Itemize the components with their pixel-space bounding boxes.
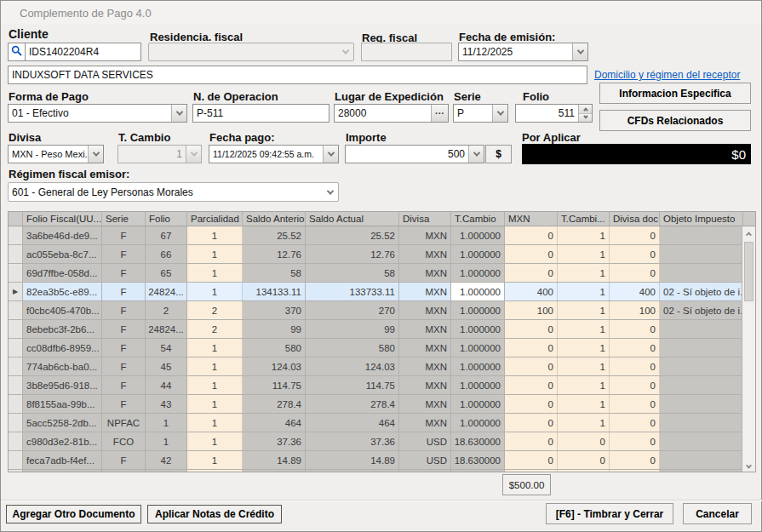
cell-mxn[interactable]: 0 xyxy=(505,395,558,413)
cell-objeto[interactable] xyxy=(660,339,743,357)
cell-folio[interactable]: 1 xyxy=(146,414,187,432)
cell-t_cambio_doc[interactable]: 1 xyxy=(558,395,610,413)
row-marker[interactable] xyxy=(9,320,23,338)
grid-col-t_cambio_doc[interactable]: T.Cambi... xyxy=(558,212,610,226)
cell-saldo_ant[interactable]: 21.44 xyxy=(243,470,306,472)
cell-saldo_ant[interactable]: 14.89 xyxy=(243,451,306,469)
cell-objeto[interactable] xyxy=(660,376,743,394)
cell-parcialidad[interactable]: 1 xyxy=(187,264,243,282)
cell-folio[interactable]: 99 xyxy=(146,470,187,472)
row-marker[interactable] xyxy=(9,339,23,357)
cell-saldo_act[interactable]: 464 xyxy=(306,414,399,432)
timbrar-cerrar-button[interactable]: [F6] - Timbrar y Cerrar xyxy=(546,503,673,524)
cell-divisa_doc[interactable]: 0 xyxy=(610,320,660,338)
cell-t_cambio_doc[interactable]: 0 xyxy=(558,470,610,472)
grid-col-parcialidad[interactable]: Parcialidad xyxy=(187,212,243,226)
chevron-down-icon[interactable] xyxy=(572,43,587,60)
cell-objeto[interactable]: 02 - Sí objeto de i... xyxy=(660,301,743,319)
cell-serie[interactable]: F xyxy=(102,451,146,469)
cell-t_cambio[interactable]: 1.000000 xyxy=(451,339,505,357)
table-row[interactable]: c980d3e2-81b...FCO1137.3637.36USD18.6300… xyxy=(9,432,755,451)
cell-t_cambio_doc[interactable]: 0 xyxy=(558,432,610,450)
cell-uuid[interactable]: 8ebebc3f-2b6... xyxy=(23,320,102,338)
cell-parcialidad[interactable]: 1 xyxy=(187,414,243,432)
row-marker[interactable] xyxy=(9,376,23,394)
cell-t_cambio[interactable]: 1.000000 xyxy=(451,414,505,432)
divisa-select[interactable]: MXN - Peso Mexi... xyxy=(8,145,104,163)
cell-mxn[interactable]: 0 xyxy=(505,320,558,338)
agregar-documento-button[interactable]: Agregar Otro Documento xyxy=(6,505,141,523)
lugar-expedicion-input[interactable]: 28000 ··· xyxy=(334,104,449,123)
chevron-down-icon[interactable] xyxy=(323,183,338,201)
table-row[interactable]: ac055eba-8c7...F66112.7612.76MXN1.000000… xyxy=(9,245,755,264)
cell-parcialidad[interactable]: 2 xyxy=(187,320,243,338)
chevron-down-icon[interactable] xyxy=(468,146,484,163)
cell-t_cambio_doc[interactable]: 1 xyxy=(558,264,610,282)
cell-parcialidad[interactable]: 1 xyxy=(187,432,243,450)
cell-objeto[interactable] xyxy=(660,470,743,472)
table-row[interactable]: 8f8155aa-99b...F431278.4278.4MXN1.000000… xyxy=(9,395,755,414)
cell-t_cambio[interactable]: 1.000000 xyxy=(451,226,505,244)
cell-serie[interactable]: F xyxy=(102,283,146,300)
table-row[interactable]: 4b884-f7...68F99121.4421.44USD18.6400000… xyxy=(9,470,755,472)
cell-serie[interactable]: F xyxy=(102,339,146,357)
cell-objeto[interactable] xyxy=(660,245,743,263)
cell-saldo_act[interactable]: 14.89 xyxy=(306,451,399,469)
grid-col-serie[interactable]: Serie xyxy=(102,212,146,226)
row-marker[interactable]: ▶ xyxy=(9,283,23,300)
scroll-up-icon[interactable] xyxy=(742,226,755,240)
cell-saldo_act[interactable]: 133733.11 xyxy=(306,283,399,300)
spin-down-icon[interactable] xyxy=(579,113,592,123)
cell-divisa[interactable]: MXN xyxy=(399,358,451,375)
cell-saldo_ant[interactable]: 134133.11 xyxy=(243,283,306,300)
cell-divisa[interactable]: MXN xyxy=(399,264,451,282)
cell-objeto[interactable] xyxy=(660,320,743,338)
cell-t_cambio[interactable]: 1.000000 xyxy=(451,283,505,300)
cell-t_cambio[interactable]: 1.000000 xyxy=(451,264,505,282)
aplicar-notas-button[interactable]: Aplicar Notas de Crédito xyxy=(147,505,282,523)
table-row[interactable]: f0cbc405-470b...F22370270MXN1.0000001001… xyxy=(9,301,755,320)
cell-objeto[interactable] xyxy=(660,432,743,450)
cell-mxn[interactable]: 0 xyxy=(505,358,558,375)
cell-objeto[interactable] xyxy=(660,395,743,413)
chevron-down-icon[interactable] xyxy=(88,146,103,163)
serie-select[interactable]: P xyxy=(453,104,508,123)
cell-divisa[interactable]: USD xyxy=(399,470,451,472)
row-marker[interactable] xyxy=(9,470,23,472)
cell-uuid[interactable]: 4b884-f7...68 xyxy=(23,470,102,472)
cell-saldo_act[interactable]: 21.44 xyxy=(306,470,399,472)
cell-t_cambio_doc[interactable]: 1 xyxy=(558,226,610,244)
fecha-emision-select[interactable]: 11/12/2025 xyxy=(458,43,588,61)
cell-mxn[interactable]: 0 xyxy=(505,470,558,472)
cell-saldo_ant[interactable]: 370 xyxy=(243,301,306,319)
cliente-rfc-input[interactable]: IDS1402204R4 xyxy=(25,43,141,61)
cell-objeto[interactable] xyxy=(660,358,743,375)
cell-folio[interactable]: 1 xyxy=(146,432,187,450)
cell-parcialidad[interactable]: 1 xyxy=(187,339,243,357)
cell-divisa[interactable]: MXN xyxy=(399,283,451,300)
spin-up-icon[interactable] xyxy=(579,105,592,113)
domicilio-receptor-link[interactable]: Domicilio y régimen del receptor xyxy=(594,69,740,81)
cell-divisa_doc[interactable]: 0 xyxy=(610,395,660,413)
cell-parcialidad[interactable]: 1 xyxy=(187,395,243,413)
cell-uuid[interactable]: 69d7ffbe-058d... xyxy=(23,264,102,282)
grid-col-saldo_act[interactable]: Saldo Actual xyxy=(306,212,399,226)
cell-t_cambio_doc[interactable]: 1 xyxy=(558,358,610,375)
cell-divisa[interactable]: MXN xyxy=(399,376,451,394)
cell-saldo_ant[interactable]: 124.03 xyxy=(243,358,306,375)
cell-divisa_doc[interactable]: 0 xyxy=(610,358,660,375)
cell-divisa[interactable]: MXN xyxy=(399,245,451,263)
cell-saldo_act[interactable]: 278.4 xyxy=(306,395,399,413)
row-marker[interactable] xyxy=(9,264,23,282)
cell-saldo_ant[interactable]: 58 xyxy=(243,264,306,282)
folio-stepper[interactable]: 511 xyxy=(515,104,593,123)
cell-uuid[interactable]: 774ab6cb-ba0... xyxy=(23,358,102,375)
cell-folio[interactable]: 66 xyxy=(146,245,187,263)
currency-dollar-button[interactable]: $ xyxy=(485,145,512,163)
cell-divisa_doc[interactable]: 400 xyxy=(610,283,660,300)
cell-t_cambio[interactable]: 1.000000 xyxy=(451,245,505,263)
cell-serie[interactable]: F xyxy=(102,376,146,394)
cell-parcialidad[interactable]: 1 xyxy=(187,283,243,300)
chevron-down-icon[interactable] xyxy=(492,105,507,122)
cell-t_cambio_doc[interactable]: 1 xyxy=(558,320,610,338)
